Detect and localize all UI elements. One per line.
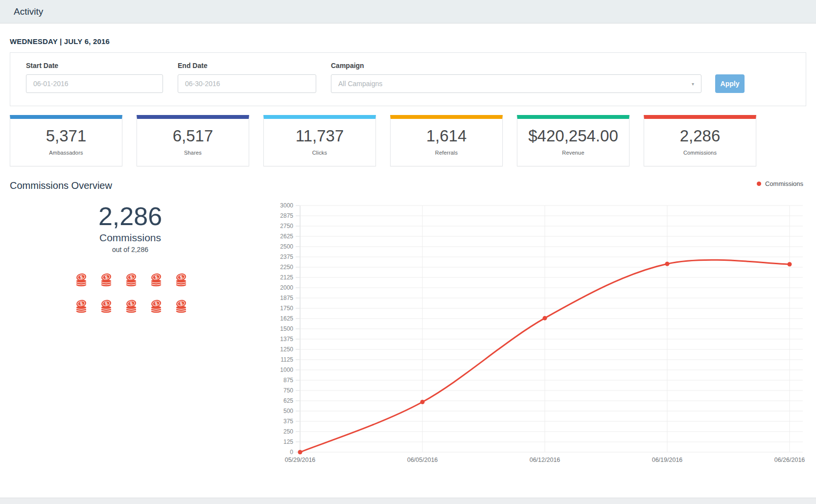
campaign-label: Campaign [331,62,701,69]
main-content: WEDNESDAY | JULY 6, 2016 Start Date End … [0,37,816,486]
svg-text:2500: 2500 [280,243,293,250]
footer-bar [0,498,816,504]
commissions-total-label: Commissions [47,232,213,244]
page-title: Activity [14,6,43,17]
coin-stack-icon: $ [74,298,89,314]
svg-text:06/26/2016: 06/26/2016 [774,457,805,463]
svg-text:1625: 1625 [280,315,293,322]
svg-text:2000: 2000 [280,284,293,291]
date-heading: WEDNESDAY | JULY 6, 2016 [10,37,806,46]
svg-text:750: 750 [283,387,293,394]
svg-text:2625: 2625 [280,233,293,240]
stat-value: 2,286 [680,127,721,145]
stat-card: 2,286 Commissions [644,115,756,166]
svg-text:2125: 2125 [280,274,293,281]
commissions-overview-section: Commissions Overview 2,286 Commissions o… [10,180,806,486]
campaign-selected-value: All Campaigns [338,80,382,88]
commissions-summary: 2,286 Commissions out of 2,286 [47,202,213,253]
coin-stack-icon: $ [174,298,188,314]
svg-text:0: 0 [290,449,293,456]
commissions-total: 2,286 [47,202,213,231]
stat-label: Shares [184,150,202,156]
svg-text:2250: 2250 [280,264,293,271]
commissions-line-chart: 3000287527502625250023752250212520001875… [261,187,806,470]
svg-text:375: 375 [283,418,293,425]
svg-text:1000: 1000 [280,367,293,373]
campaign-select[interactable]: All Campaigns ▾ [331,74,701,93]
stat-label: Commissions [683,150,717,156]
start-date-input[interactable] [26,74,163,93]
svg-text:2375: 2375 [280,253,293,260]
chevron-down-icon: ▾ [692,81,694,87]
stat-label: Referrals [435,150,458,156]
svg-text:875: 875 [283,377,293,384]
stat-value: 1,614 [426,127,467,145]
stat-value: 6,517 [173,127,213,145]
start-date-field-group: Start Date [26,62,163,93]
coin-stack-icon: $ [99,298,114,314]
svg-text:1875: 1875 [280,295,293,301]
stat-value: 11,737 [296,127,344,145]
svg-text:2875: 2875 [280,212,293,219]
stat-card: 1,614 Referrals [390,115,503,166]
coin-grid: $ $ $ $ $ [72,272,190,314]
filter-panel: Start Date End Date Campaign All Campaig… [10,52,806,106]
apply-button[interactable]: Apply [715,74,745,93]
coin-stack-icon: $ [149,272,163,288]
coin-stack-icon: $ [99,272,114,288]
coin-stack-icon: $ [149,298,163,314]
svg-text:500: 500 [283,408,293,414]
stat-value: 5,371 [46,127,87,145]
campaign-field-group: Campaign All Campaigns ▾ [331,62,701,93]
stat-card: 11,737 Clicks [263,115,376,166]
end-date-input[interactable] [178,74,316,93]
legend-dot-icon [757,182,761,186]
coin-stack-icon: $ [124,298,139,314]
svg-text:125: 125 [283,438,293,445]
svg-text:06/19/2016: 06/19/2016 [652,457,683,463]
coin-stack-icon: $ [74,272,89,288]
stat-card: $420,254.00 Revenue [517,115,629,166]
stat-label: Ambassadors [49,150,83,156]
chart-legend: Commissions [757,180,803,187]
svg-text:3000: 3000 [280,202,293,209]
end-date-field-group: End Date [178,62,316,93]
svg-text:1375: 1375 [280,336,293,343]
svg-text:06/12/2016: 06/12/2016 [530,457,560,463]
legend-label: Commissions [765,180,803,187]
stat-label: Revenue [562,150,584,156]
svg-text:250: 250 [283,428,293,435]
svg-text:2750: 2750 [280,223,293,229]
svg-text:06/05/2016: 06/05/2016 [407,457,438,463]
topbar: Activity [0,0,816,23]
coin-stack-icon: $ [124,272,139,288]
svg-text:625: 625 [283,397,293,404]
svg-text:05/29/2016: 05/29/2016 [285,457,316,463]
svg-text:1250: 1250 [280,346,293,353]
end-date-label: End Date [178,62,316,69]
svg-text:1125: 1125 [280,356,293,363]
stats-row: 5,371 Ambassadors 6,517 Shares 11,737 Cl… [10,115,806,166]
stat-value: $420,254.00 [528,127,618,145]
commissions-out-of: out of 2,286 [47,246,213,253]
svg-text:1500: 1500 [280,325,293,332]
stat-label: Clicks [312,150,327,156]
start-date-label: Start Date [26,62,163,69]
stat-card: 5,371 Ambassadors [10,115,122,166]
coin-stack-icon: $ [174,272,188,288]
svg-text:1750: 1750 [280,305,293,312]
stat-card: 6,517 Shares [137,115,249,166]
